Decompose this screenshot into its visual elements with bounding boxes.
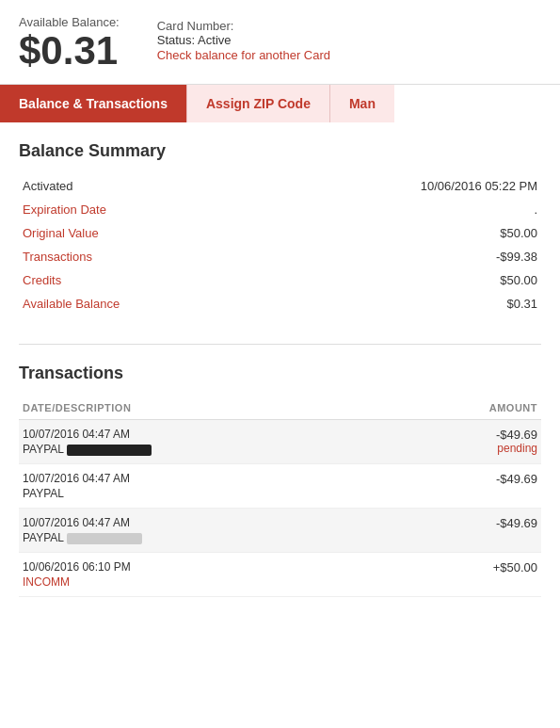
status-value: Active: [198, 33, 231, 47]
balance-amount: $0.31: [19, 29, 120, 73]
transaction-row: 10/07/2016 04:47 AMPAYPAL -$49.69: [19, 509, 541, 553]
card-number-label: Card Number:: [157, 19, 330, 33]
section-divider: [19, 344, 541, 345]
balance-row: Original Value$50.00: [19, 221, 541, 245]
balance-row-value: $50.00: [207, 268, 541, 292]
transaction-date: 10/07/2016 04:47 AM: [23, 428, 152, 441]
main-content: Balance Summary Activated10/06/2016 05:2…: [0, 122, 560, 616]
transaction-left: 10/07/2016 04:47 AMPAYPAL: [23, 516, 142, 544]
balance-row-label: Credits: [19, 268, 207, 292]
check-balance-link[interactable]: Check balance for another Card: [157, 48, 330, 62]
transaction-left: 10/07/2016 04:47 AMPAYPAL: [23, 428, 152, 456]
balance-summary-section: Balance Summary Activated10/06/2016 05:2…: [19, 141, 541, 315]
transaction-desc: PAYPAL: [23, 531, 142, 544]
transaction-right: -$49.69: [496, 472, 537, 486]
balance-left: Available Balance: $0.31: [19, 15, 120, 73]
transaction-date: 10/07/2016 04:47 AM: [23, 516, 142, 529]
tab-balance-transactions[interactable]: Balance & Transactions: [0, 85, 186, 122]
balance-row-value: -$99.38: [207, 245, 541, 268]
balance-summary-title: Balance Summary: [19, 141, 541, 161]
balance-row-value: $50.00: [207, 221, 541, 245]
balance-row: Credits$50.00: [19, 268, 541, 292]
transaction-left: 10/07/2016 04:47 AMPAYPAL: [23, 472, 130, 500]
transaction-desc: PAYPAL: [23, 443, 152, 456]
transactions-table-header: DATE/DESCRIPTION AMOUNT: [19, 396, 541, 420]
balance-row-label: Activated: [19, 174, 207, 198]
balance-summary-table: Activated10/06/2016 05:22 PMExpiration D…: [19, 174, 541, 315]
card-info: Card Number: Status: Active Check balanc…: [157, 15, 330, 62]
transaction-desc: PAYPAL: [23, 487, 130, 500]
balance-row: Expiration Date.: [19, 198, 541, 221]
balance-row: Transactions-$99.38: [19, 245, 541, 268]
transaction-row: 10/07/2016 04:47 AMPAYPAL-$49.69: [19, 464, 541, 509]
tab-manage[interactable]: Man: [329, 85, 394, 122]
redacted-bar-light: [67, 533, 142, 544]
tabs-bar: Balance & Transactions Assign ZIP Code M…: [0, 84, 560, 122]
balance-row-label: Available Balance: [19, 292, 207, 315]
col-date-header: DATE/DESCRIPTION: [23, 402, 131, 413]
transaction-pending-badge: pending: [496, 442, 537, 455]
balance-row-label: Transactions: [19, 245, 207, 268]
balance-row-value: .: [207, 198, 541, 221]
col-amount-header: AMOUNT: [489, 402, 537, 413]
transaction-row: 10/06/2016 06:10 PMINCOMM+$50.00: [19, 553, 541, 597]
transaction-date: 10/06/2016 06:10 PM: [23, 560, 131, 574]
transaction-right: -$49.69pending: [496, 428, 537, 455]
transaction-rows-container: 10/07/2016 04:47 AMPAYPAL -$49.69pending…: [19, 420, 541, 597]
balance-row-value: 10/06/2016 05:22 PM: [207, 174, 541, 198]
transaction-date: 10/07/2016 04:47 AM: [23, 472, 130, 485]
transaction-left: 10/06/2016 06:10 PMINCOMM: [23, 560, 131, 589]
transaction-amount: -$49.69: [496, 472, 537, 486]
transaction-amount: -$49.69: [496, 516, 537, 530]
redacted-bar: [67, 445, 152, 456]
transaction-amount: +$50.00: [493, 560, 537, 574]
transactions-title: Transactions: [19, 364, 541, 383]
transaction-desc: INCOMM: [23, 575, 131, 589]
balance-row-label: Expiration Date: [19, 198, 207, 221]
transaction-right: -$49.69: [496, 516, 537, 530]
transactions-section: Transactions DATE/DESCRIPTION AMOUNT 10/…: [19, 364, 541, 597]
status-line: Status: Active: [157, 33, 330, 47]
balance-row: Activated10/06/2016 05:22 PM: [19, 174, 541, 198]
balance-row: Available Balance$0.31: [19, 292, 541, 315]
status-label: Status:: [157, 33, 195, 47]
transaction-right: +$50.00: [493, 560, 537, 574]
balance-row-label: Original Value: [19, 221, 207, 245]
available-label: Available Balance:: [19, 15, 120, 29]
transaction-amount: -$49.69: [496, 428, 537, 442]
transaction-row: 10/07/2016 04:47 AMPAYPAL -$49.69pending: [19, 420, 541, 464]
header-section: Available Balance: $0.31 Card Number: St…: [0, 0, 560, 84]
tab-assign-zip[interactable]: Assign ZIP Code: [186, 85, 329, 122]
balance-row-value: $0.31: [207, 292, 541, 315]
